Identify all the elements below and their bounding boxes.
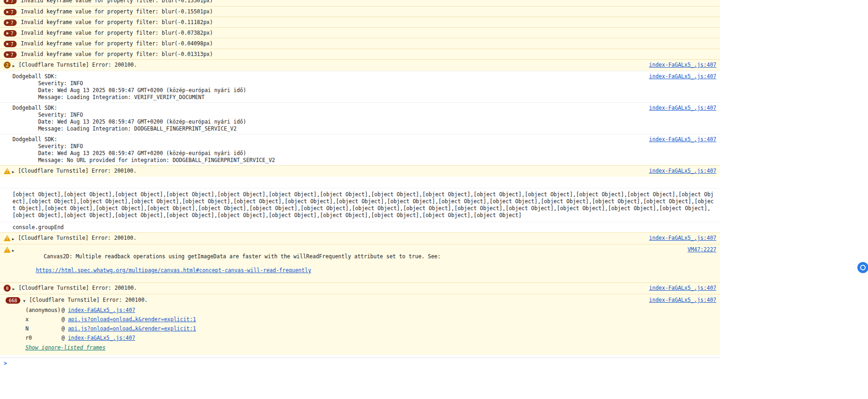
source-location-link[interactable]: index-FaGALx5_.js:407: [638, 105, 716, 112]
show-ignore-listed-frames-link[interactable]: Show ignore-listed frames: [25, 343, 105, 352]
console-message-log: console.groupEnd: [0, 222, 720, 232]
expand-arrow-icon[interactable]: ▶: [12, 285, 18, 293]
console-message-warning[interactable]: ! ▶ Canvas2D: Multiple readback operatio…: [0, 244, 720, 282]
repeat-count-badge: 7: [4, 19, 17, 26]
repeat-count-badge: 8: [4, 285, 11, 292]
message-text: [Cloudflare Turnstile] Error: 200100.: [29, 297, 148, 304]
message-text: Dodgeball SDK: Severity: INFO Date: Wed …: [12, 136, 275, 164]
message-text: Invalid keyframe value for property filt…: [21, 51, 213, 58]
message-text: Dodgeball SDK: Severity: INFO Date: Wed …: [12, 73, 246, 101]
stack-frame-at: @: [62, 305, 65, 315]
console-message-error[interactable]: 7 Invalid keyframe value for property fi…: [0, 17, 720, 27]
message-text: [Cloudflare Turnstile] Error: 200100.: [18, 168, 136, 175]
stack-frame-function: N: [25, 324, 62, 333]
message-text: Invalid keyframe value for property filt…: [21, 30, 213, 37]
message-text: [Cloudflare Turnstile] Error: 200100.: [18, 62, 137, 69]
expand-icon: [6, 32, 9, 35]
message-text: Invalid keyframe value for property filt…: [21, 8, 213, 15]
stack-frame-link[interactable]: index-FaGALx5_.js:407: [68, 333, 135, 343]
warning-icon: !: [4, 235, 11, 241]
console-message-error[interactable]: 668 ▼ [Cloudflare Turnstile] Error: 2001…: [4, 296, 716, 305]
message-text: [object Object],[object Object],[object …: [12, 191, 716, 219]
stack-frame: x @ api.js?onload=onload…k&render=explic…: [4, 315, 716, 324]
message-text: [Cloudflare Turnstile] Error: 200100.: [18, 285, 137, 292]
stack-frame-function: r0: [25, 333, 62, 343]
stack-frame: N @ api.js?onload=onload…k&render=explic…: [4, 324, 716, 333]
repeat-count-badge: 7: [4, 0, 17, 4]
collapse-arrow-icon[interactable]: ▼: [23, 297, 29, 305]
source-location-link[interactable]: index-FaGALx5_.js:407: [638, 235, 716, 242]
console-message-warning[interactable]: ! ▶ [Cloudflare Turnstile] Error: 200100…: [0, 232, 720, 244]
source-location-link[interactable]: index-FaGALx5_.js:407: [638, 285, 716, 292]
expand-icon: [6, 21, 9, 24]
console-message-error[interactable]: 2 ▶ [Cloudflare Turnstile] Error: 200100…: [0, 59, 720, 71]
console-prompt-input[interactable]: >: [0, 357, 720, 368]
expand-arrow-icon[interactable]: ▶: [12, 62, 18, 69]
expand-icon: [6, 43, 9, 45]
empty-gap: [0, 177, 720, 188]
expand-arrow-icon[interactable]: ▶: [12, 246, 18, 254]
stack-frame: (anonymous) @ index-FaGALx5_.js:407: [4, 305, 716, 315]
target-icon: [860, 265, 866, 270]
source-location-link[interactable]: index-FaGALx5_.js:407: [638, 62, 716, 69]
repeat-count-badge: 7: [4, 41, 17, 47]
message-text: Invalid keyframe value for property filt…: [21, 19, 213, 26]
console-messages-pane: 7 Invalid keyframe value for property fi…: [0, 0, 720, 368]
spec-url-link[interactable]: https://html.spec.whatwg.org/multipage/c…: [36, 267, 311, 274]
stack-frame-link[interactable]: index-FaGALx5_.js:407: [68, 305, 135, 315]
repeat-count: 7: [11, 0, 13, 5]
source-location-link[interactable]: index-FaGALx5_.js:407: [638, 168, 716, 175]
expand-arrow-icon[interactable]: ▶: [12, 168, 18, 175]
source-location-link[interactable]: index-FaGALx5_.js:407: [638, 297, 716, 304]
message-text: Invalid keyframe value for property filt…: [21, 0, 213, 4]
warning-icon: !: [4, 247, 11, 253]
console-message-error[interactable]: 7 Invalid keyframe value for property fi…: [0, 49, 720, 59]
expand-icon: [6, 0, 9, 2]
console-message-log: Dodgeball SDK: Severity: INFO Date: Wed …: [0, 102, 720, 134]
console-message-log: [object Object],[object Object],[object …: [0, 188, 720, 222]
console-message-warning[interactable]: ! ▶ [Cloudflare Turnstile] Error: 200100…: [0, 165, 720, 177]
devtools-console: 7 Invalid keyframe value for property fi…: [0, 0, 868, 399]
stack-frame-link[interactable]: api.js?onload=onload…k&render=explicit:1: [68, 315, 196, 324]
stack-frame-function: (anonymous): [25, 305, 62, 315]
message-text: [Cloudflare Turnstile] Error: 200100.: [18, 235, 136, 242]
source-location-link[interactable]: VM47:2227: [677, 246, 716, 253]
repeat-count-badge: 7: [4, 51, 17, 58]
repeat-count: 7: [11, 30, 13, 37]
console-message-error[interactable]: 7 Invalid keyframe value for property fi…: [0, 6, 720, 17]
warning-icon: !: [4, 168, 11, 174]
message-text: Invalid keyframe value for property filt…: [21, 40, 213, 47]
repeat-count-badge: 2: [4, 62, 11, 69]
expand-arrow-icon[interactable]: ▶: [12, 235, 18, 243]
stack-frame-at: @: [62, 333, 65, 343]
repeat-count: 7: [11, 51, 13, 58]
console-message-error[interactable]: 8 ▶ [Cloudflare Turnstile] Error: 200100…: [0, 282, 720, 294]
stack-frame-function: x: [25, 315, 62, 324]
console-message-log: Dodgeball SDK: Severity: INFO Date: Wed …: [0, 71, 720, 102]
stack-frame-at: @: [62, 315, 65, 324]
message-text: Dodgeball SDK: Severity: INFO Date: Wed …: [12, 105, 246, 132]
repeat-count: 7: [11, 9, 13, 16]
stack-frame: r0 @ index-FaGALx5_.js:407: [4, 333, 716, 343]
console-message-log: Dodgeball SDK: Severity: INFO Date: Wed …: [0, 134, 720, 165]
stack-frame-at: @: [62, 324, 65, 333]
repeat-count: 7: [11, 41, 13, 48]
repeat-count: 7: [11, 19, 13, 26]
console-message-clipped: 7 Invalid keyframe value for property fi…: [0, 0, 720, 6]
console-message-error-expanded: 668 ▼ [Cloudflare Turnstile] Error: 2001…: [0, 294, 720, 355]
repeat-count-badge: 668: [6, 297, 20, 304]
repeat-count-badge: 7: [4, 30, 17, 37]
floating-widget-button[interactable]: [857, 262, 868, 273]
repeat-count-badge: 7: [4, 9, 17, 15]
expand-icon: [6, 53, 9, 56]
prompt-chevron-icon: >: [4, 360, 7, 367]
console-message-error[interactable]: 7 Invalid keyframe value for property fi…: [0, 0, 720, 6]
console-message-error[interactable]: 7 Invalid keyframe value for property fi…: [0, 38, 720, 49]
message-text: console.groupEnd: [12, 224, 64, 231]
source-location-link[interactable]: index-FaGALx5_.js:407: [638, 136, 716, 143]
console-message-error[interactable]: 7 Invalid keyframe value for property fi…: [0, 27, 720, 38]
source-location-link[interactable]: index-FaGALx5_.js:407: [638, 73, 716, 80]
canvas-warning-text: Canvas2D: Multiple readback operations u…: [43, 253, 441, 260]
stack-frame-link[interactable]: api.js?onload=onload…k&render=explicit:1: [68, 324, 196, 333]
expand-icon: [6, 11, 9, 13]
